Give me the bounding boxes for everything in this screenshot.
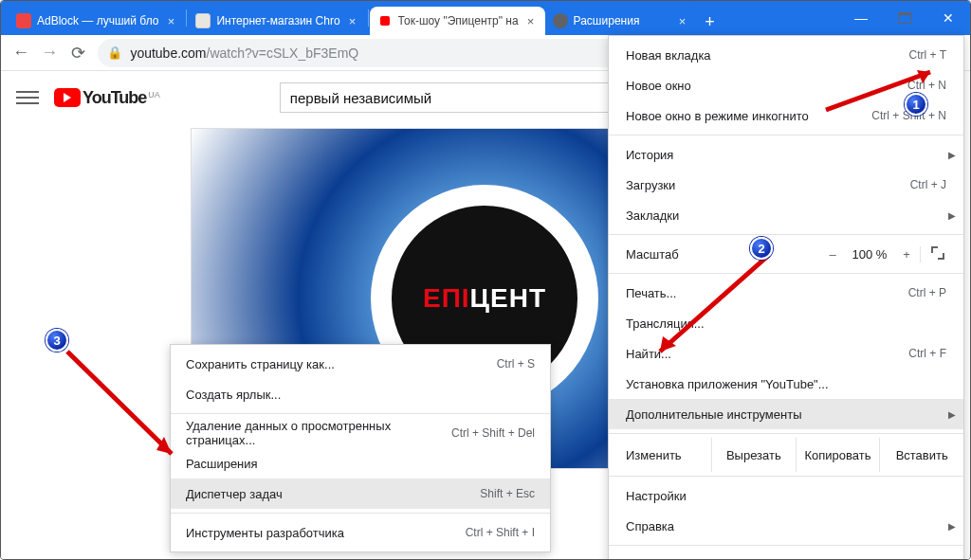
menu-separator [609,545,963,546]
menu-cast[interactable]: Трансляция... [609,308,963,338]
menu-separator [609,234,963,235]
tab-title: Ток-шоу "Эпицентр" на [398,14,519,27]
tab-title: Расширения [574,14,670,27]
window-controls: — ✕ [839,1,970,35]
menu-history[interactable]: История▶ [609,139,963,170]
submenu-devtools[interactable]: Инструменты разработчикаCtrl + Shift + I [171,517,550,548]
url-text: youtube.com/watch?v=cSLX_bF3EmQ [130,45,358,61]
close-icon[interactable]: × [676,14,689,27]
menu-new-tab[interactable]: Новая вкладкаCtrl + T [609,40,963,70]
menu-edit-label: Изменить [626,448,711,462]
new-tab-button[interactable]: + [697,9,724,35]
menu-exit[interactable]: Выход [609,550,963,560]
fullscreen-icon [931,246,944,260]
zoom-out-button[interactable]: – [819,247,846,262]
menu-separator [609,433,963,434]
menu-zoom-row: Масштаб – 100 % + [609,239,963,269]
annotation-badge-1: 1 [905,93,927,116]
tab-separator [368,9,369,27]
tab-separator [186,9,187,27]
forward-button: → [35,38,64,68]
menu-more-tools[interactable]: Дополнительные инструменты▶ [609,399,963,429]
maximize-button[interactable] [883,1,926,35]
submenu-extensions[interactable]: Расширения [171,448,550,479]
close-icon[interactable]: × [346,14,359,27]
minimize-button[interactable]: — [839,1,883,35]
close-icon[interactable]: × [164,14,177,27]
tab-adblock[interactable]: AdBlock — лучший бло × [9,7,185,35]
menu-install-app[interactable]: Установка приложения "YouTube"... [609,369,963,399]
menu-separator [171,513,550,514]
more-tools-submenu: Сохранить страницу как...Ctrl + S Создат… [170,344,551,552]
favicon-extensions [553,13,568,28]
submenu-task-manager[interactable]: Диспетчер задачShift + Esc [171,479,550,509]
close-icon[interactable]: × [524,14,538,27]
menu-settings[interactable]: Настройки [609,480,963,511]
favicon-store [195,13,211,28]
submenu-save-page[interactable]: Сохранить страницу как...Ctrl + S [171,349,550,379]
menu-cut[interactable]: Вырезать [711,438,796,472]
youtube-wordmark: YouTube [82,88,146,108]
menu-separator [609,135,963,135]
reload-button[interactable]: ⟳ [64,38,92,68]
favicon-adblock [16,13,31,28]
annotation-badge-3: 3 [46,329,68,352]
zoom-in-button[interactable]: + [893,247,920,262]
back-button[interactable]: ← [7,38,35,68]
titlebar: AdBlock — лучший бло × Интернет-магазин … [1,1,970,35]
menu-separator [609,273,963,274]
menu-zoom-label: Масштаб [626,247,819,262]
menu-find[interactable]: Найти...Ctrl + F [609,338,963,369]
close-window-button[interactable]: ✕ [926,1,970,35]
menu-separator [171,413,550,414]
tab-extensions[interactable]: Расширения × [545,7,697,35]
submenu-clear-data[interactable]: Удаление данных о просмотренных страница… [171,418,550,448]
hamburger-icon[interactable] [16,91,39,104]
youtube-region: UA [148,90,160,99]
fullscreen-button[interactable] [920,246,946,262]
tab-store[interactable]: Интернет-магазин Chro × [188,7,366,35]
menu-copy[interactable]: Копировать [796,438,880,472]
menu-print[interactable]: Печать...Ctrl + P [609,278,963,308]
zoom-value: 100 % [846,247,893,262]
youtube-logo[interactable]: YouTube UA [54,88,160,108]
youtube-play-icon [54,88,81,107]
menu-bookmarks[interactable]: Закладки▶ [609,200,963,230]
menu-edit-row: Изменить Вырезать Копировать Вставить [609,438,963,472]
menu-help[interactable]: Справка▶ [609,511,963,541]
tab-title: Интернет-магазин Chro [216,14,339,27]
annotation-badge-2: 2 [750,237,773,260]
menu-paste[interactable]: Вставить [879,438,963,472]
favicon-youtube [377,13,393,28]
tab-title: AdBlock — лучший бло [37,14,158,27]
menu-downloads[interactable]: ЗагрузкиCtrl + J [609,170,963,200]
submenu-create-shortcut[interactable]: Создать ярлык... [171,379,550,409]
tab-youtube-active[interactable]: Ток-шоу "Эпицентр" на × [370,7,545,35]
menu-separator [609,476,963,477]
lock-icon[interactable]: 🔒 [107,45,122,60]
